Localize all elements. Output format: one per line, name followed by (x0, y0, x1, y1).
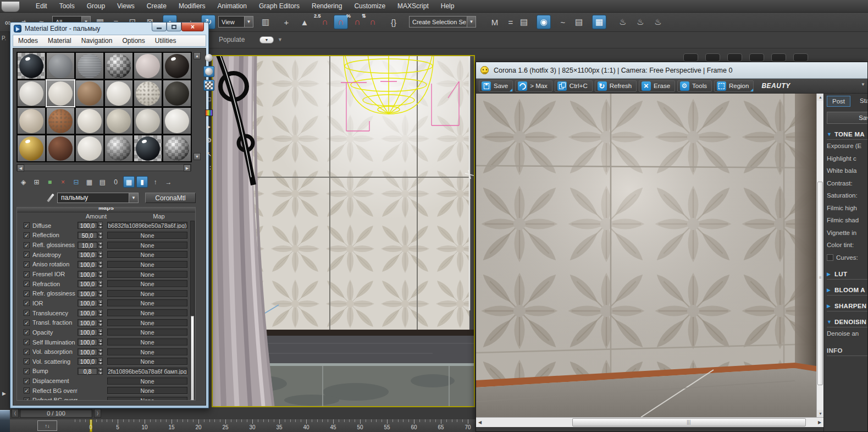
material-slot[interactable] (17, 107, 46, 134)
pick-material-icon[interactable] (47, 193, 54, 202)
amount-field[interactable]: 50,0 (78, 232, 97, 239)
material-slot[interactable] (17, 80, 46, 107)
parameter-checkbox[interactable]: ✓ (24, 349, 30, 355)
parameter-checkbox[interactable]: ✓ (24, 271, 30, 277)
material-slot[interactable] (134, 135, 162, 162)
timeline-ruler[interactable]: 0510152025303540455055606570 (60, 419, 476, 432)
material-slot[interactable] (163, 52, 191, 79)
expand-triangle-icon[interactable]: ▶ (827, 303, 832, 309)
material-slot[interactable] (134, 52, 162, 79)
material-id-channel-icon[interactable]: 0 (110, 176, 121, 188)
sample-uv-tiling-icon[interactable]: □ (203, 94, 214, 105)
menu-modifiers[interactable]: Modifiers (173, 1, 212, 12)
parameter-checkbox[interactable]: ✓ (24, 232, 30, 238)
current-frame-indicator[interactable]: 0 / 100 (20, 409, 92, 418)
menu-create[interactable]: Create (141, 1, 173, 12)
material-slot[interactable] (104, 107, 133, 134)
amount-spinner[interactable] (98, 251, 103, 258)
expand-triangle-icon[interactable]: ▶ (827, 271, 832, 277)
map-slot-button[interactable]: None (107, 280, 187, 287)
make-material-copy-icon[interactable]: ⊟ (70, 176, 82, 188)
map-slot-button[interactable]: None (107, 290, 187, 297)
erase-button[interactable]: Erase (639, 80, 675, 92)
map-slot-button[interactable]: b6832fa10896be50a78a6f.jpg) (107, 222, 187, 229)
map-slot-button[interactable]: None (107, 242, 187, 249)
corona-vfb-titlebar[interactable]: Corona 1.6 (hotfix 3) | 825×1100px (1:1)… (476, 62, 867, 79)
amount-spinner[interactable] (98, 222, 103, 229)
menu-rendering[interactable]: Rendering (306, 1, 348, 12)
section-sharpen[interactable]: ▶SHARPEN (827, 303, 867, 311)
scroll-right-icon[interactable]: ▶ (816, 418, 823, 427)
map-slot-button[interactable]: None (107, 319, 187, 326)
scroll-left-icon[interactable]: ◀ (476, 418, 484, 427)
amount-spinner[interactable] (98, 309, 103, 316)
map-slot-button[interactable]: None (107, 348, 187, 356)
amount-spinner[interactable] (98, 358, 103, 365)
amount-field[interactable]: 100,0 (78, 338, 97, 346)
select-by-material-icon[interactable]: ↖ (203, 149, 214, 160)
parameter-checkbox[interactable]: ✓ (24, 310, 30, 316)
options-icon[interactable]: ⚙ (203, 135, 214, 146)
make-unique-icon[interactable]: ▦ (84, 176, 95, 188)
layer-manager-icon[interactable]: ▤ (517, 15, 531, 29)
material-slot[interactable] (75, 80, 104, 107)
chevron-down-icon[interactable]: ▼ (244, 17, 253, 27)
amount-field[interactable]: 100,0 (78, 222, 97, 229)
tools-button[interactable]: Tools (677, 80, 712, 92)
maximize-button[interactable] (167, 23, 181, 31)
named-selection-set-dropdown[interactable]: Create Selection Se ▼ (409, 16, 476, 28)
tab-stat[interactable]: Stat (855, 96, 867, 107)
parameter-checkbox[interactable]: ✓ (24, 368, 30, 374)
material-slot[interactable] (104, 135, 133, 162)
checkbox[interactable] (827, 254, 833, 261)
amount-field[interactable]: 0,8 (78, 368, 97, 375)
amount-field[interactable]: 100,0 (78, 329, 97, 336)
view-dropdown[interactable]: View ▼ (218, 16, 253, 28)
get-material-icon[interactable]: ◈ (18, 176, 29, 188)
parameter-checkbox[interactable]: ✓ (24, 378, 30, 384)
schematic-view-icon[interactable]: ▤ (572, 15, 586, 29)
material-slot[interactable] (46, 52, 75, 79)
spinner-snap-icon[interactable]: ∩⇅ (366, 15, 380, 29)
parameter-checkbox[interactable]: ✓ (24, 300, 30, 306)
trackbar-filter-icon[interactable]: ↑↓ (37, 420, 57, 431)
sample-slots-hscrollbar[interactable]: ◀ ▶ (16, 164, 191, 171)
amount-spinner[interactable] (98, 348, 103, 356)
scroll-up-icon[interactable]: ▲ (193, 52, 201, 59)
map-slot-button[interactable]: None (107, 309, 187, 316)
material-map-navigator-icon[interactable]: ∷ (203, 162, 214, 173)
map-slot-button[interactable]: None (107, 232, 187, 239)
backlight-icon[interactable] (203, 66, 214, 77)
tab-post[interactable]: Post (827, 96, 850, 107)
application-button[interactable] (1, 1, 20, 12)
parameter-checkbox[interactable]: ✓ (24, 281, 30, 287)
section-lut[interactable]: ▶LUT (827, 271, 867, 280)
expand-triangle-icon[interactable]: ▶ (827, 287, 832, 293)
save-button[interactable]: Save (479, 80, 513, 92)
section-denoisin[interactable]: ▼DENOISIN (827, 319, 867, 327)
material-slot[interactable] (104, 52, 133, 79)
curve-editor-icon[interactable]: ~ (556, 15, 570, 29)
material-editor-icon[interactable]: ◉ (537, 15, 551, 29)
parameter-checkbox[interactable]: ✓ (24, 261, 30, 267)
parameter-checkbox[interactable]: ✓ (24, 222, 30, 228)
material-slot[interactable] (163, 80, 191, 107)
refresh-button[interactable]: Refresh (595, 80, 637, 92)
scroll-right-icon[interactable]: ▶ (184, 165, 191, 172)
material-slot[interactable] (75, 107, 104, 134)
pivot-surface-icon[interactable]: ▲ (297, 15, 312, 29)
material-slot[interactable] (17, 135, 46, 162)
amount-spinner[interactable] (98, 242, 103, 249)
render-production-icon[interactable]: ♨ (633, 15, 648, 29)
assign-material-to-selection-icon[interactable]: ■ (44, 176, 56, 188)
amount-field[interactable]: 100,0 (78, 348, 97, 356)
material-slot[interactable] (75, 52, 104, 79)
material-slot[interactable] (134, 80, 162, 107)
parameter-checkbox[interactable]: ✓ (24, 329, 30, 335)
material-slot[interactable] (46, 107, 75, 134)
material-name-dropdown[interactable]: пальмыу ▼ (57, 193, 139, 203)
map-slot-button[interactable]: None (107, 397, 187, 401)
menu-edit[interactable]: Edit (30, 1, 53, 12)
amount-field[interactable]: 100,0 (78, 280, 97, 287)
menu-animation[interactable]: Animation (212, 1, 253, 12)
